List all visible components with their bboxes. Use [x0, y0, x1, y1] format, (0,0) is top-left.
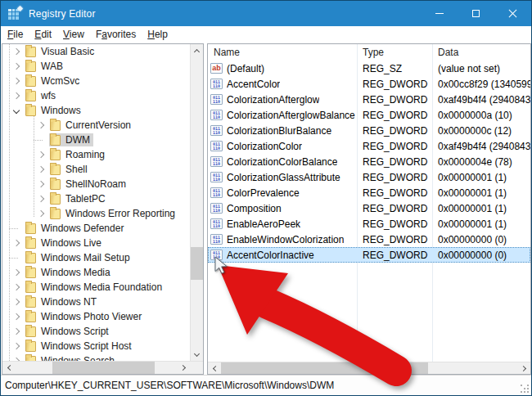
registry-value-row[interactable]: ColorizationAfterglowBalance REG_DWORD 0…: [208, 107, 530, 123]
tree-item[interactable]: Windows Media: [2, 265, 190, 280]
tree-item[interactable]: Windows: [2, 103, 190, 118]
tree-expander[interactable]: [37, 167, 49, 172]
minimize-button[interactable]: [421, 1, 458, 26]
tree-expander[interactable]: [37, 182, 49, 187]
registry-value-row[interactable]: (Default) REG_SZ (value not set): [208, 61, 530, 76]
string-icon: [210, 63, 223, 74]
list-horizontal-scrollbar[interactable]: [208, 362, 530, 374]
tree-expander[interactable]: [12, 270, 25, 275]
column-header-type[interactable]: Type: [357, 47, 432, 58]
registry-value-row[interactable]: EnableWindowColorization REG_DWORD 0x000…: [208, 232, 530, 247]
tree-expander[interactable]: [12, 344, 25, 349]
registry-value-row[interactable]: ColorPrevalence REG_DWORD 0x00000001 (1): [208, 185, 530, 200]
menu-edit[interactable]: Edit: [29, 27, 57, 43]
tree-expander[interactable]: [37, 140, 49, 141]
scrollbar-thumb[interactable]: [221, 362, 428, 374]
chevron-down-icon: [194, 351, 200, 357]
scrollbar-thumb[interactable]: [191, 247, 204, 280]
tree-item[interactable]: Windows Search: [2, 353, 190, 361]
tree-item-label: WcmSvc: [41, 75, 79, 87]
tree-expander[interactable]: [37, 152, 49, 157]
scrollbar-track[interactable]: [191, 56, 204, 349]
scroll-up-button[interactable]: [191, 44, 204, 56]
tree-item-label: CurrentVersion: [65, 119, 131, 131]
maximize-button[interactable]: [458, 1, 494, 26]
tree-expander[interactable]: [12, 79, 25, 83]
folder-icon: [50, 164, 61, 175]
scrollbar-thumb[interactable]: [52, 362, 155, 374]
menu-favorites[interactable]: Favorites: [90, 27, 142, 43]
tree-item[interactable]: Windows Media Foundation: [2, 280, 190, 295]
tree-horizontal-scrollbar[interactable]: [2, 362, 190, 374]
tree-expander[interactable]: [12, 258, 25, 259]
folder-icon: [25, 341, 36, 352]
registry-value-row[interactable]: ColorizationColor REG_DWORD 0xaf49b4f4 (…: [208, 138, 530, 154]
tree-vertical-scrollbar[interactable]: [190, 44, 203, 361]
tree-expander[interactable]: [12, 285, 25, 290]
tree-item[interactable]: Windows Defender: [2, 221, 190, 236]
tree-item[interactable]: Windows NT: [2, 295, 190, 309]
registry-value-row[interactable]: AccentColorInactive REG_DWORD 0x00000000…: [208, 247, 530, 263]
tree-item[interactable]: Visual Basic: [2, 44, 190, 59]
menu-help[interactable]: Help: [142, 27, 174, 43]
tree-item[interactable]: ShellNoRoam: [2, 177, 190, 191]
tree-item[interactable]: Windows Mail Setup: [2, 250, 190, 265]
scroll-down-button[interactable]: [191, 349, 204, 361]
tree-item[interactable]: CurrentVersion: [2, 118, 190, 133]
tree-item[interactable]: WcmSvc: [2, 74, 190, 88]
tree-expander[interactable]: [12, 329, 25, 334]
tree-item[interactable]: Windows Script: [2, 324, 190, 339]
registry-editor-window: Registry Editor File Edit View Favorites…: [0, 0, 532, 396]
tree-item[interactable]: Windows Error Reporting: [2, 206, 190, 221]
tree-expander[interactable]: [12, 49, 25, 54]
tree-item[interactable]: wfs: [2, 88, 190, 103]
scroll-left-button[interactable]: [2, 362, 15, 374]
folder-icon: [25, 268, 36, 278]
scroll-left-button[interactable]: [208, 362, 220, 374]
value-data: 0x00000001 (1): [432, 172, 530, 183]
tree-item[interactable]: Windows Photo Viewer: [2, 309, 190, 324]
close-button[interactable]: [494, 1, 531, 26]
menu-view[interactable]: View: [57, 27, 90, 43]
menu-file[interactable]: File: [2, 27, 29, 43]
tree-item[interactable]: Windows Live: [2, 236, 190, 250]
tree-expander[interactable]: [12, 314, 25, 319]
tree-item[interactable]: Shell: [2, 162, 190, 177]
tree-item-label: Windows Search: [41, 355, 115, 361]
registry-value-row[interactable]: AccentColor REG_DWORD 0x00cc8f29 (134059…: [208, 76, 530, 92]
value-type: REG_DWORD: [357, 125, 432, 137]
tree-item[interactable]: Roaming: [2, 147, 190, 162]
registry-value-row[interactable]: ColorizationGlassAttribute REG_DWORD 0x0…: [208, 169, 530, 185]
tree-expander[interactable]: [12, 108, 25, 113]
tree-item[interactable]: WAB: [2, 59, 190, 74]
resize-grip-icon[interactable]: [521, 385, 529, 393]
tree-item[interactable]: Windows Script Host: [2, 339, 190, 353]
scroll-right-button[interactable]: [178, 362, 190, 374]
tree-item[interactable]: TabletPC: [2, 191, 190, 206]
registry-value-row[interactable]: ColorizationAfterglow REG_DWORD 0xaf49b4…: [208, 92, 530, 107]
registry-value-row[interactable]: EnableAeroPeek REG_DWORD 0x00000001 (1): [208, 216, 530, 232]
column-header-data[interactable]: Data: [432, 47, 530, 58]
tree-expander[interactable]: [37, 123, 49, 128]
tree-expander[interactable]: [12, 299, 25, 304]
tree-expander[interactable]: [37, 196, 49, 201]
registry-value-row[interactable]: ColorizationColorBalance REG_DWORD 0x000…: [208, 154, 530, 169]
folder-icon: [50, 209, 61, 219]
tree-item[interactable]: DWM: [2, 133, 190, 147]
chevron-left-icon: [7, 365, 12, 371]
registry-value-row[interactable]: Composition REG_DWORD 0x00000001 (1): [208, 200, 530, 216]
registry-value-row[interactable]: ColorizationBlurBalance REG_DWORD 0x0000…: [208, 123, 530, 138]
tree-expander[interactable]: [12, 228, 25, 229]
tree-expander[interactable]: [12, 358, 25, 361]
tree-expander[interactable]: [12, 241, 25, 245]
scrollbar-track[interactable]: [15, 362, 178, 374]
tree-expander[interactable]: [12, 93, 25, 98]
chevron-right-icon: [179, 365, 185, 371]
column-header-name[interactable]: Name: [208, 47, 357, 58]
scrollbar-track[interactable]: [220, 362, 518, 374]
tree-expander[interactable]: [37, 211, 49, 216]
dword-icon: [210, 234, 223, 245]
scroll-right-button[interactable]: [518, 362, 530, 374]
tree-expander[interactable]: [12, 64, 25, 69]
folder-icon: [50, 135, 61, 146]
